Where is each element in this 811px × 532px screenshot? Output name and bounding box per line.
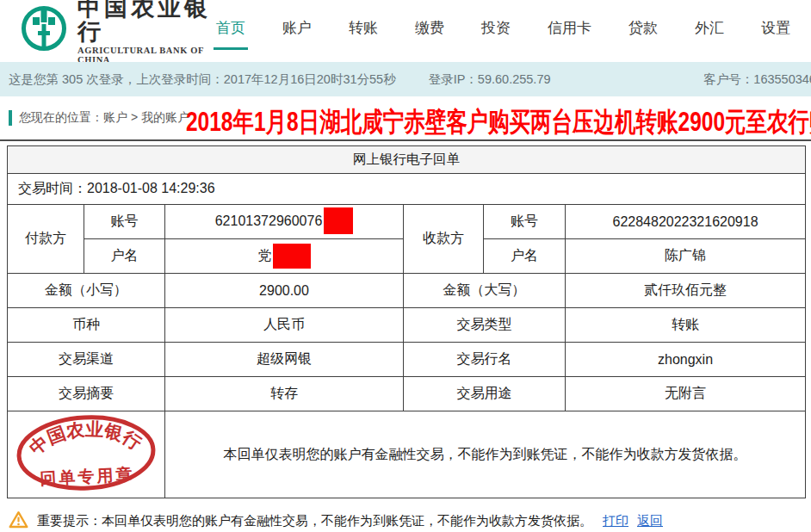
payee-account-label: 账号 — [484, 205, 566, 239]
receipt-title: 网上银行电子回单 — [8, 146, 806, 174]
payee-role-label: 收款方 — [404, 205, 484, 274]
e-receipt-table: 网上银行电子回单 交易时间：2018-01-08 14:29:36 付款方 账号… — [7, 145, 806, 498]
nav-item-investment[interactable]: 投资 — [481, 11, 511, 50]
login-count-text: 这是您第 305 次登录，上次登录时间：2017年12月16日20时31分55秒 — [9, 71, 396, 88]
customer-number-text: 客户号：1635503462 — [703, 62, 811, 96]
payer-name-value: 党 — [165, 239, 404, 274]
transaction-time: 交易时间：2018-01-08 14:29:36 — [8, 174, 806, 205]
svg-text:回单专用章: 回单专用章 — [40, 465, 135, 488]
payer-account-label: 账号 — [84, 205, 165, 239]
bank-logo: 中国农业银行 AGRICULTURAL BANK OF CHINA — [21, 0, 216, 65]
amount-words-value: 贰仟玖佰元整 — [566, 274, 806, 308]
payer-account-value: 62101372960076 — [165, 205, 404, 239]
txn-type-value: 转账 — [566, 308, 806, 343]
currency-value: 人民币 — [165, 308, 404, 343]
payer-name-label: 户名 — [84, 239, 165, 274]
app-header: 中国农业银行 AGRICULTURAL BANK OF CHINA 首页 账户 … — [0, 0, 811, 60]
nav-item-transfer[interactable]: 转账 — [349, 11, 378, 50]
warning-icon — [9, 510, 28, 532]
payee-account-value: 6228482022321620918 — [566, 205, 806, 239]
currency-label: 币种 — [8, 308, 165, 343]
payee-name-label: 户名 — [484, 239, 566, 274]
abc-emblem-icon — [21, 5, 67, 55]
nav-item-accounts[interactable]: 账户 — [282, 11, 312, 50]
payee-name-value: 陈广锦 — [566, 239, 806, 274]
txn-bank-label: 交易行名 — [404, 343, 566, 377]
nav-item-home[interactable]: 首页 — [216, 11, 245, 50]
redaction-box — [273, 244, 311, 269]
bank-name-cn: 中国农业银行 — [77, 0, 216, 44]
nav-item-payments[interactable]: 缴费 — [415, 11, 444, 50]
nav-item-forex[interactable]: 外汇 — [695, 11, 724, 50]
receipt-disclaimer: 本回单仅表明您的账户有金融性交易，不能作为到账凭证，不能作为收款方发货依据。 — [165, 411, 806, 498]
breadcrumb: 您现在的位置：账户 > 我的账户 — [19, 110, 189, 126]
nav-item-credit-card[interactable]: 信用卡 — [548, 11, 591, 50]
breadcrumb-marker — [9, 110, 12, 126]
summary-value: 转存 — [165, 377, 404, 411]
redaction-box — [324, 207, 353, 234]
purpose-label: 交易用途 — [404, 377, 566, 411]
nav-item-settings[interactable]: 设置 — [761, 11, 790, 50]
amount-figures-value: 2900.00 — [165, 274, 404, 308]
login-status-bar: 这是您第 305 次登录，上次登录时间：2017年12月16日20时31分55秒… — [0, 62, 811, 96]
red-annotation-title: 2018年1月8日湖北咸宁赤壁客户购买两台压边机转账2900元至农行账户 — [186, 104, 811, 140]
amount-figures-label: 金额（小写） — [8, 274, 165, 308]
login-ip-text: 登录IP：59.60.255.79 — [429, 71, 551, 88]
back-link[interactable]: 返回 — [637, 513, 663, 529]
main-nav: 首页 账户 转账 缴费 投资 信用卡 贷款 外汇 设置 — [216, 11, 799, 50]
important-notice-text: 重要提示：本回单仅表明您的账户有金融性交易，不能作为到账凭证，不能作为收款方发货… — [37, 513, 592, 529]
purpose-value: 无附言 — [566, 377, 806, 411]
amount-words-label: 金额（大写） — [404, 274, 566, 308]
payer-role-label: 付款方 — [8, 205, 84, 274]
summary-label: 交易摘要 — [8, 377, 165, 411]
channel-value: 超级网银 — [165, 343, 404, 377]
breadcrumb-row: 您现在的位置：账户 > 我的账户 2018年1月8日湖北咸宁赤壁客户购买两台压边… — [0, 96, 811, 141]
nav-item-loans[interactable]: 贷款 — [628, 11, 658, 50]
print-link[interactable]: 打印 — [603, 513, 628, 529]
channel-label: 交易渠道 — [8, 343, 165, 377]
txn-type-label: 交易类型 — [404, 308, 566, 343]
bank-seal-cell: 中国农业银行 回单专用章 — [8, 411, 165, 498]
bank-seal-icon: 中国农业银行 回单专用章 — [12, 410, 161, 497]
txn-bank-value: zhongxin — [566, 343, 806, 377]
footer-row: 重要提示：本回单仅表明您的账户有金融性交易，不能作为到账凭证，不能作为收款方发货… — [0, 510, 811, 532]
